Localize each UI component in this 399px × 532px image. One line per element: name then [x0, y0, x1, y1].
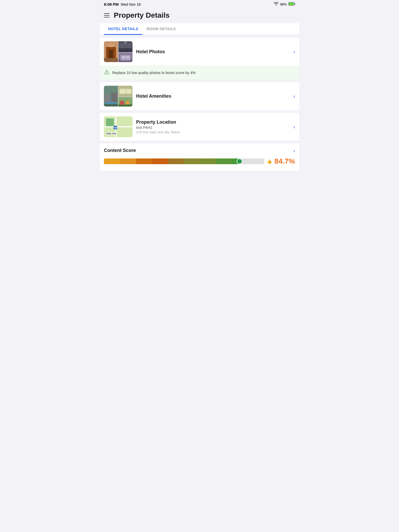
hotel-photos-thumbnail	[104, 41, 132, 62]
score-seg-3	[136, 158, 152, 164]
score-seg-5	[168, 158, 184, 164]
map-thumbnail: 280 Daly City	[104, 116, 132, 137]
map-road-horizontal	[104, 126, 132, 127]
tabs-container: HOTEL DETAILS ROOM DETAILS	[100, 23, 299, 35]
amenity-photo-1	[104, 86, 118, 107]
svg-point-12	[124, 42, 127, 44]
score-seg-6	[184, 158, 200, 164]
hotel-photo-2	[118, 41, 132, 52]
svg-rect-6	[109, 50, 113, 59]
property-location-card[interactable]: 280 Daly City Property Location test PAH…	[100, 113, 299, 141]
svg-rect-25	[104, 104, 118, 107]
score-seg-empty	[240, 158, 264, 164]
property-location-content: Property Location test PAH2 123 test roa…	[136, 119, 290, 134]
section-divider-1	[100, 35, 299, 38]
svg-point-32	[120, 101, 124, 105]
svg-rect-1	[294, 3, 295, 5]
property-location-name: test PAH2	[136, 125, 290, 130]
hotel-amenities-content: Hotel Amenities	[136, 94, 290, 99]
hotel-photos-title: Hotel Photos	[136, 49, 290, 55]
score-value: 84.7%	[275, 157, 295, 165]
property-location-title: Property Location	[136, 119, 290, 125]
hotel-photos-section: Hotel Photos › Replace 10 low quality ph…	[100, 38, 299, 79]
alert-triangle-icon	[104, 69, 110, 76]
svg-point-33	[126, 101, 129, 104]
hamburger-line	[104, 13, 110, 14]
hotel-amenities-chevron: ›	[293, 93, 295, 99]
score-seg-4	[152, 158, 168, 164]
section-divider-3	[100, 110, 299, 113]
svg-point-20	[107, 73, 107, 74]
page-title: Property Details	[114, 11, 170, 19]
score-seg-7	[200, 158, 216, 164]
wifi-icon	[274, 2, 278, 6]
hamburger-line	[104, 17, 110, 17]
score-seg-2	[120, 158, 136, 164]
hotel-photos-content: Hotel Photos	[136, 49, 290, 55]
status-date: Wed Nov 18	[121, 2, 141, 6]
svg-rect-16	[122, 56, 125, 58]
map-city-label: Daly City	[105, 132, 117, 135]
tab-room-details[interactable]: ROOM DETAILS	[142, 23, 180, 35]
property-location-address: 123 test road, test city. Dubai	[136, 130, 290, 134]
map-highway-badge: 280	[114, 126, 117, 129]
svg-point-7	[107, 44, 114, 47]
thumb-up-icon: 👍	[267, 159, 272, 164]
alert-text: Replace 10 low quality photos to boost s…	[112, 71, 196, 75]
property-location-chevron: ›	[293, 124, 295, 130]
status-time: 6:08 PM	[104, 2, 119, 6]
svg-rect-28	[120, 89, 126, 93]
section-divider-4	[100, 141, 299, 143]
hotel-photos-alert: Replace 10 low quality photos to boost s…	[100, 66, 299, 79]
hotel-photos-chevron: ›	[293, 49, 295, 55]
menu-button[interactable]	[104, 13, 110, 17]
status-bar: 6:08 PM Wed Nov 18 98% ⚡	[100, 0, 299, 9]
hotel-photo-1	[104, 41, 118, 62]
svg-rect-34	[118, 106, 132, 107]
amenity-photo-3	[118, 97, 132, 107]
tab-hotel-details[interactable]: HOTEL DETAILS	[104, 23, 142, 35]
map-park	[106, 118, 114, 126]
content-score-chevron[interactable]: ›	[293, 148, 295, 154]
content-score-title: Content Score	[104, 148, 136, 153]
svg-rect-24	[111, 93, 117, 102]
hotel-amenities-thumbnail	[104, 86, 132, 107]
hotel-amenities-card[interactable]: Hotel Amenities ›	[100, 82, 299, 110]
hotel-amenities-title: Hotel Amenities	[136, 94, 290, 99]
bottom-area	[100, 171, 299, 249]
battery-percentage: 98%	[280, 2, 287, 6]
hotel-photo-3	[118, 53, 132, 62]
status-icons: 98% ⚡	[274, 2, 295, 6]
content-score-header: Content Score ›	[104, 148, 295, 154]
svg-rect-23	[105, 94, 110, 102]
hotel-photos-card[interactable]: Hotel Photos ›	[100, 38, 299, 66]
svg-rect-29	[127, 89, 131, 93]
content-score-section: Content Score › 👍 84.7%	[100, 143, 299, 171]
score-indicator-dot	[237, 158, 242, 164]
battery-icon: ⚡	[288, 2, 295, 6]
score-seg-1	[104, 158, 120, 164]
hamburger-line	[104, 15, 110, 16]
header: Property Details	[100, 9, 299, 23]
score-seg-8	[216, 158, 232, 164]
section-divider-2	[100, 79, 299, 82]
amenity-photo-2	[118, 86, 132, 97]
score-bar	[104, 158, 264, 164]
svg-rect-17	[126, 56, 130, 58]
svg-text:⚡: ⚡	[289, 3, 292, 6]
svg-rect-8	[104, 58, 118, 62]
score-bar-container: 👍 84.7%	[104, 157, 295, 171]
